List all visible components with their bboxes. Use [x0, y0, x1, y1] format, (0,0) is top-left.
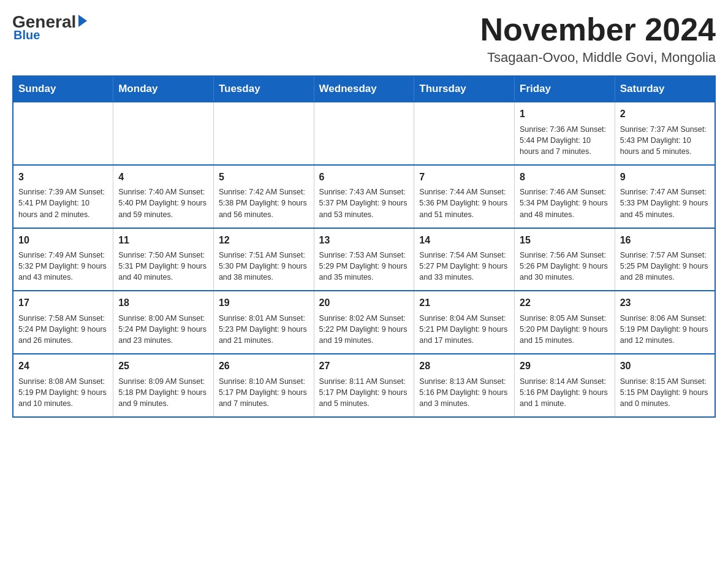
calendar-week-row: 24Sunrise: 8:08 AM Sunset: 5:19 PM Dayli…	[13, 354, 715, 417]
calendar-cell: 7Sunrise: 7:44 AM Sunset: 5:36 PM Daylig…	[414, 165, 515, 228]
calendar-cell	[414, 102, 515, 165]
logo-blue-text: Blue	[13, 28, 40, 42]
day-info: Sunrise: 7:42 AM Sunset: 5:38 PM Dayligh…	[219, 186, 309, 220]
day-number: 9	[620, 170, 710, 184]
calendar-cell: 25Sunrise: 8:09 AM Sunset: 5:18 PM Dayli…	[113, 354, 214, 417]
calendar-cell: 29Sunrise: 8:14 AM Sunset: 5:16 PM Dayli…	[515, 354, 615, 417]
day-info: Sunrise: 8:11 AM Sunset: 5:17 PM Dayligh…	[319, 376, 409, 409]
calendar-cell: 13Sunrise: 7:53 AM Sunset: 5:29 PM Dayli…	[314, 228, 414, 291]
day-number: 21	[419, 296, 509, 310]
calendar-cell: 24Sunrise: 8:08 AM Sunset: 5:19 PM Dayli…	[13, 354, 113, 417]
day-number: 10	[18, 234, 108, 247]
day-number: 14	[419, 234, 509, 247]
day-info: Sunrise: 7:53 AM Sunset: 5:29 PM Dayligh…	[319, 250, 409, 283]
day-number: 25	[118, 359, 208, 373]
day-number: 8	[520, 170, 610, 184]
weekday-header-sunday: Sunday	[13, 76, 113, 102]
day-info: Sunrise: 8:01 AM Sunset: 5:23 PM Dayligh…	[219, 313, 309, 346]
calendar-cell	[13, 102, 113, 165]
day-number: 26	[219, 359, 309, 373]
location-title: Tsagaan-Ovoo, Middle Govi, Mongolia	[480, 50, 716, 66]
logo-triangle-icon	[78, 15, 87, 27]
logo: General Blue	[12, 12, 87, 42]
day-info: Sunrise: 7:51 AM Sunset: 5:30 PM Dayligh…	[219, 250, 309, 283]
calendar-cell: 17Sunrise: 7:58 AM Sunset: 5:24 PM Dayli…	[13, 291, 113, 354]
day-info: Sunrise: 8:05 AM Sunset: 5:20 PM Dayligh…	[520, 313, 610, 346]
day-number: 30	[620, 359, 710, 373]
calendar-cell: 14Sunrise: 7:54 AM Sunset: 5:27 PM Dayli…	[414, 228, 515, 291]
day-info: Sunrise: 7:58 AM Sunset: 5:24 PM Dayligh…	[18, 313, 108, 346]
day-info: Sunrise: 7:36 AM Sunset: 5:44 PM Dayligh…	[520, 124, 610, 157]
day-number: 15	[520, 234, 610, 247]
day-info: Sunrise: 7:43 AM Sunset: 5:37 PM Dayligh…	[319, 186, 409, 220]
day-info: Sunrise: 7:46 AM Sunset: 5:34 PM Dayligh…	[520, 186, 610, 220]
calendar-table: SundayMondayTuesdayWednesdayThursdayFrid…	[12, 75, 716, 418]
day-number: 22	[520, 296, 610, 310]
day-number: 1	[520, 107, 610, 121]
day-number: 20	[319, 296, 409, 310]
day-info: Sunrise: 8:04 AM Sunset: 5:21 PM Dayligh…	[419, 313, 509, 346]
title-area: November 2024 Tsagaan-Ovoo, Middle Govi,…	[480, 12, 716, 66]
day-info: Sunrise: 8:00 AM Sunset: 5:24 PM Dayligh…	[118, 313, 208, 346]
day-number: 23	[620, 296, 710, 310]
calendar-cell: 21Sunrise: 8:04 AM Sunset: 5:21 PM Dayli…	[414, 291, 515, 354]
day-number: 11	[118, 234, 208, 247]
calendar-cell: 19Sunrise: 8:01 AM Sunset: 5:23 PM Dayli…	[213, 291, 314, 354]
calendar-cell: 27Sunrise: 8:11 AM Sunset: 5:17 PM Dayli…	[314, 354, 414, 417]
header: General Blue November 2024 Tsagaan-Ovoo,…	[12, 12, 716, 66]
day-info: Sunrise: 7:39 AM Sunset: 5:41 PM Dayligh…	[18, 186, 108, 220]
day-info: Sunrise: 7:47 AM Sunset: 5:33 PM Dayligh…	[620, 186, 710, 220]
day-number: 19	[219, 296, 309, 310]
calendar-week-row: 17Sunrise: 7:58 AM Sunset: 5:24 PM Dayli…	[13, 291, 715, 354]
calendar-week-row: 10Sunrise: 7:49 AM Sunset: 5:32 PM Dayli…	[13, 228, 715, 291]
day-info: Sunrise: 8:13 AM Sunset: 5:16 PM Dayligh…	[419, 376, 509, 409]
day-info: Sunrise: 7:44 AM Sunset: 5:36 PM Dayligh…	[419, 186, 509, 220]
day-info: Sunrise: 8:02 AM Sunset: 5:22 PM Dayligh…	[319, 313, 409, 346]
day-number: 29	[520, 359, 610, 373]
day-number: 3	[18, 170, 108, 184]
weekday-header-saturday: Saturday	[615, 76, 715, 102]
calendar-cell: 26Sunrise: 8:10 AM Sunset: 5:17 PM Dayli…	[213, 354, 314, 417]
day-info: Sunrise: 7:54 AM Sunset: 5:27 PM Dayligh…	[419, 250, 509, 283]
day-number: 12	[219, 234, 309, 247]
day-info: Sunrise: 8:14 AM Sunset: 5:16 PM Dayligh…	[520, 376, 610, 409]
day-number: 7	[419, 170, 509, 184]
day-number: 5	[219, 170, 309, 184]
day-info: Sunrise: 8:08 AM Sunset: 5:19 PM Dayligh…	[18, 376, 108, 409]
calendar-cell: 20Sunrise: 8:02 AM Sunset: 5:22 PM Dayli…	[314, 291, 414, 354]
calendar-cell: 15Sunrise: 7:56 AM Sunset: 5:26 PM Dayli…	[515, 228, 615, 291]
day-info: Sunrise: 7:40 AM Sunset: 5:40 PM Dayligh…	[118, 186, 208, 220]
weekday-header-wednesday: Wednesday	[314, 76, 414, 102]
calendar-cell: 28Sunrise: 8:13 AM Sunset: 5:16 PM Dayli…	[414, 354, 515, 417]
day-number: 13	[319, 234, 409, 247]
day-info: Sunrise: 8:06 AM Sunset: 5:19 PM Dayligh…	[620, 313, 710, 346]
calendar-cell: 11Sunrise: 7:50 AM Sunset: 5:31 PM Dayli…	[113, 228, 214, 291]
calendar-cell: 12Sunrise: 7:51 AM Sunset: 5:30 PM Dayli…	[213, 228, 314, 291]
day-number: 18	[118, 296, 208, 310]
calendar-cell: 5Sunrise: 7:42 AM Sunset: 5:38 PM Daylig…	[213, 165, 314, 228]
day-number: 27	[319, 359, 409, 373]
day-info: Sunrise: 8:15 AM Sunset: 5:15 PM Dayligh…	[620, 376, 710, 409]
calendar-cell: 16Sunrise: 7:57 AM Sunset: 5:25 PM Dayli…	[615, 228, 715, 291]
calendar-cell: 3Sunrise: 7:39 AM Sunset: 5:41 PM Daylig…	[13, 165, 113, 228]
calendar-cell: 9Sunrise: 7:47 AM Sunset: 5:33 PM Daylig…	[615, 165, 715, 228]
day-info: Sunrise: 8:10 AM Sunset: 5:17 PM Dayligh…	[219, 376, 309, 409]
day-number: 16	[620, 234, 710, 247]
day-info: Sunrise: 7:56 AM Sunset: 5:26 PM Dayligh…	[520, 250, 610, 283]
calendar-cell: 2Sunrise: 7:37 AM Sunset: 5:43 PM Daylig…	[615, 102, 715, 165]
calendar-cell: 6Sunrise: 7:43 AM Sunset: 5:37 PM Daylig…	[314, 165, 414, 228]
calendar-header-row: SundayMondayTuesdayWednesdayThursdayFrid…	[13, 76, 715, 102]
day-number: 28	[419, 359, 509, 373]
day-number: 4	[118, 170, 208, 184]
calendar-cell: 30Sunrise: 8:15 AM Sunset: 5:15 PM Dayli…	[615, 354, 715, 417]
day-info: Sunrise: 7:50 AM Sunset: 5:31 PM Dayligh…	[118, 250, 208, 283]
weekday-header-tuesday: Tuesday	[213, 76, 314, 102]
day-info: Sunrise: 7:57 AM Sunset: 5:25 PM Dayligh…	[620, 250, 710, 283]
day-info: Sunrise: 7:37 AM Sunset: 5:43 PM Dayligh…	[620, 124, 710, 157]
day-number: 24	[18, 359, 108, 373]
calendar-cell: 22Sunrise: 8:05 AM Sunset: 5:20 PM Dayli…	[515, 291, 615, 354]
calendar-cell: 1Sunrise: 7:36 AM Sunset: 5:44 PM Daylig…	[515, 102, 615, 165]
calendar-cell: 18Sunrise: 8:00 AM Sunset: 5:24 PM Dayli…	[113, 291, 214, 354]
calendar-cell: 4Sunrise: 7:40 AM Sunset: 5:40 PM Daylig…	[113, 165, 214, 228]
calendar-cell: 23Sunrise: 8:06 AM Sunset: 5:19 PM Dayli…	[615, 291, 715, 354]
